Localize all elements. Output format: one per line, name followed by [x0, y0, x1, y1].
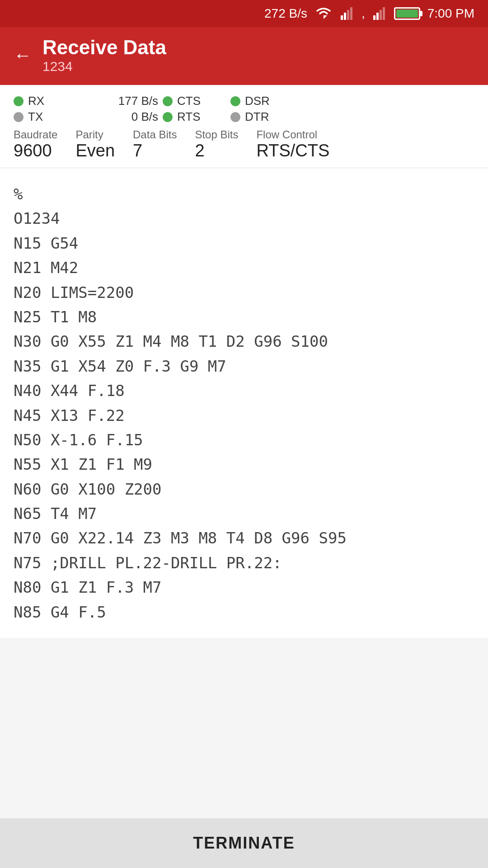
svg-rect-2 — [344, 13, 346, 20]
clock: 7:00 PM — [427, 6, 474, 21]
data-line: N40 X44 F.18 — [14, 378, 474, 403]
app-bar: ← Receive Data 1234 — [0, 27, 488, 85]
data-line: N80 G1 Z1 F.3 M7 — [14, 575, 474, 599]
stop-bits-label: Stop Bits — [195, 128, 238, 141]
data-line: N45 X13 F.22 — [14, 403, 474, 428]
dtr-label: DTR — [245, 110, 269, 124]
cts-label: CTS — [177, 94, 201, 108]
svg-rect-3 — [347, 10, 349, 20]
status-bar: 272 B/s , 7:00 PM — [0, 0, 488, 27]
baudrate-config: Baudrate 9600 — [14, 128, 57, 160]
dtr-group: DTR — [230, 110, 269, 124]
rx-rate-group: 177 B/s CTS — [104, 94, 203, 108]
rx-rate: 177 B/s — [104, 94, 158, 108]
data-line: N55 X1 Z1 F1 M9 — [14, 452, 474, 476]
app-bar-subtitle: 1234 — [42, 59, 166, 74]
data-line: N21 M42 — [14, 255, 474, 280]
dsr-label: DSR — [245, 94, 270, 108]
signal-separator: , — [361, 6, 365, 21]
data-bits-value: 7 — [133, 141, 142, 160]
data-line: N75 ;DRILL PL.22-DRILL PR.22: — [14, 551, 474, 575]
data-line: N60 G0 X100 Z200 — [14, 477, 474, 501]
rts-label: RTS — [177, 110, 201, 124]
svg-marker-0 — [324, 15, 327, 19]
data-line: N85 G4 F.5 — [14, 600, 474, 624]
rx-label: RX — [28, 94, 44, 108]
parity-value: Even — [75, 141, 115, 160]
rx-dot — [14, 96, 23, 106]
data-line: N25 T1 M8 — [14, 305, 474, 329]
tx-rate: 0 B/s — [104, 110, 158, 124]
signal-icon-1 — [340, 6, 354, 21]
parity-config: Parity Even — [75, 128, 115, 160]
data-bits-label: Data Bits — [133, 128, 177, 141]
terminate-button[interactable]: TERMINATE — [0, 818, 488, 868]
config-row: Baudrate 9600 Parity Even Data Bits 7 St… — [14, 128, 474, 160]
tx-indicator: TX — [14, 110, 104, 124]
data-line: N65 T4 M7 — [14, 501, 474, 526]
tx-rate-group: 0 B/s RTS — [104, 110, 203, 124]
stats-section: RX 177 B/s CTS DSR TX 0 B/s RTS DTR Bau — [0, 85, 488, 168]
data-line: N50 X-1.6 F.15 — [14, 428, 474, 452]
dtr-dot — [230, 112, 240, 122]
flow-control-label: Flow Control — [256, 128, 317, 141]
data-line: N20 LIMS=2200 — [14, 280, 474, 305]
flow-control-value: RTS/CTS — [256, 141, 329, 160]
battery-icon — [394, 7, 420, 20]
svg-rect-1 — [341, 15, 343, 20]
signal-icon-2 — [372, 6, 387, 21]
dsr-dot — [230, 96, 240, 106]
svg-rect-5 — [373, 15, 375, 20]
baudrate-label: Baudrate — [14, 128, 57, 141]
stats-row-1: RX 177 B/s CTS DSR — [14, 94, 474, 108]
data-bits-config: Data Bits 7 — [133, 128, 177, 160]
data-line: N70 G0 X22.14 Z3 M3 M8 T4 D8 G96 S95 — [14, 526, 474, 550]
parity-label: Parity — [75, 128, 103, 141]
app-bar-title: Receive Data — [42, 36, 166, 59]
wifi-icon — [314, 6, 333, 21]
cts-dot — [163, 96, 173, 106]
back-button[interactable]: ← — [14, 46, 32, 64]
rts-dot — [163, 112, 173, 122]
stop-bits-value: 2 — [195, 141, 204, 160]
stop-bits-config: Stop Bits 2 — [195, 128, 238, 160]
data-content: %O1234N15 G54N21 M42N20 LIMS=2200N25 T1 … — [0, 168, 488, 638]
tx-dot — [14, 112, 23, 122]
data-line: N15 G54 — [14, 231, 474, 255]
data-line: N35 G1 X54 Z0 F.3 G9 M7 — [14, 354, 474, 378]
data-line: N30 G0 X55 Z1 M4 M8 T1 D2 G96 S100 — [14, 329, 474, 354]
svg-rect-4 — [350, 7, 352, 20]
dsr-group: DSR — [230, 94, 270, 108]
svg-rect-8 — [383, 7, 385, 20]
app-bar-title-group: Receive Data 1234 — [42, 36, 166, 74]
svg-rect-6 — [376, 13, 379, 20]
svg-rect-7 — [380, 10, 382, 20]
rx-indicator: RX — [14, 94, 104, 108]
network-speed: 272 B/s — [264, 6, 307, 21]
data-line: O1234 — [14, 206, 474, 231]
data-line: % — [14, 182, 474, 206]
tx-label: TX — [28, 110, 43, 124]
stats-row-2: TX 0 B/s RTS DTR — [14, 110, 474, 124]
flow-control-config: Flow Control RTS/CTS — [256, 128, 329, 160]
baudrate-value: 9600 — [14, 141, 52, 160]
